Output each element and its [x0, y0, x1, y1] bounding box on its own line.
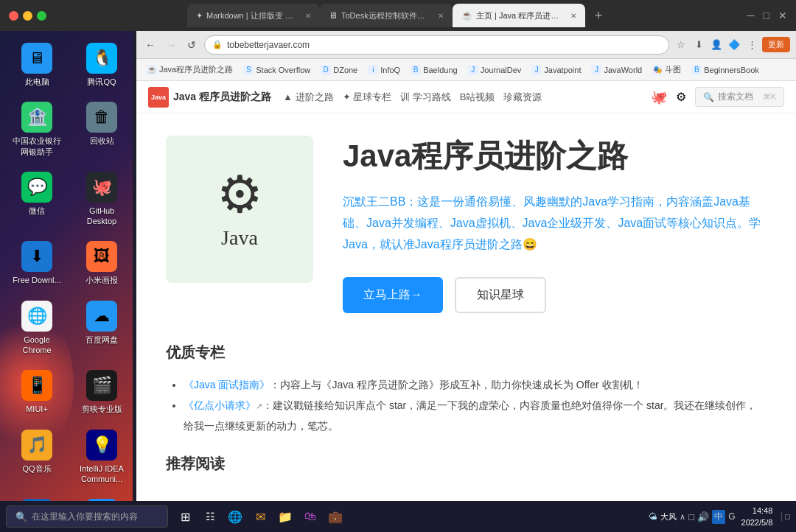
- desktop-icon-image: 🐧: [86, 43, 117, 74]
- bookmark-item[interactable]: ☕ Java程序员进阶之路: [142, 63, 237, 77]
- taskbar-mail-icon[interactable]: ✉: [249, 505, 271, 528]
- site-nav-link[interactable]: B站视频: [460, 91, 495, 104]
- desktop-icon-label: QQ音乐: [22, 463, 51, 474]
- extensions-icon[interactable]: 🔷: [727, 38, 741, 52]
- taskbar-explorer-icon[interactable]: 📁: [274, 505, 296, 528]
- billion-request-link[interactable]: 《亿点小请求》: [184, 399, 256, 411]
- site-nav-link[interactable]: 珍藏资源: [503, 91, 542, 104]
- taskbar-edge-icon[interactable]: 🌐: [224, 505, 246, 528]
- desktop-icon-MIUI+[interactable]: 📱 MIUI+: [7, 365, 66, 419]
- bookmark-item[interactable]: i InfoQ: [363, 63, 405, 77]
- tab-java-close[interactable]: ✕: [570, 12, 576, 20]
- profile-icon[interactable]: 👤: [709, 38, 724, 52]
- site-nav-link[interactable]: ▲ 进阶之路: [283, 91, 333, 104]
- hero-content: Java程序员进阶之路 沉默王二BB：这是一份通俗易懂、风趣幽默的Java学习指…: [343, 136, 767, 313]
- window-restore-icon[interactable]: □: [764, 10, 769, 21]
- taskbar-search[interactable]: 🔍 在这里输入你要搜索的内容: [6, 505, 168, 528]
- search-button[interactable]: 🔍 搜索文档 ⌘K: [695, 87, 784, 107]
- taskbar-office-icon[interactable]: 💼: [324, 505, 346, 528]
- tab-markdown[interactable]: ✦ Markdown | 让排版变 Nice ✕: [187, 4, 320, 27]
- site-content: ⚙ Java Java程序员进阶之路 沉默王二BB：这是一份通俗易懂、风趣幽默的…: [136, 113, 796, 532]
- bookmark-icon[interactable]: ☆: [674, 38, 688, 52]
- taskbar-network-icon: □: [688, 511, 694, 522]
- desktop-icon-笔记本使用手册[interactable]: 📖 笔记本使用手册: [7, 494, 66, 501]
- desktop-icon-微信[interactable]: 💬 微信: [7, 167, 66, 231]
- site-nav-right: 🐙 ⚙ 🔍 搜索文档 ⌘K: [651, 87, 784, 107]
- taskbar-g-icon: G: [728, 511, 735, 522]
- desktop-icon-小米画报[interactable]: 🖼 小米画报: [72, 237, 131, 290]
- taskbar-store-icon[interactable]: 🛍: [299, 505, 321, 528]
- github-icon[interactable]: 🐙: [651, 89, 667, 105]
- minimize-button[interactable]: [23, 11, 32, 21]
- taskbar-weather-icon: 🌤: [649, 511, 657, 522]
- taskbar-date: 2022/5/8: [741, 517, 773, 529]
- maximize-button[interactable]: [37, 11, 46, 21]
- tab-markdown-close[interactable]: ✕: [305, 12, 311, 20]
- bookmark-item[interactable]: S Stack Overflow: [239, 63, 315, 77]
- tab-todesk-close[interactable]: ✕: [438, 12, 444, 20]
- bookmark-icon: 🎭: [652, 65, 663, 75]
- knowledge-planet-button[interactable]: 知识星球: [455, 277, 546, 313]
- window-minimize-icon[interactable]: ─: [747, 10, 755, 21]
- site-nav-link[interactable]: 训 学习路线: [400, 91, 451, 104]
- bookmarks-bar: ☕ Java程序员进阶之路 S Stack Overflow D DZone i…: [136, 59, 796, 81]
- site-logo[interactable]: Java Java 程序员进阶之路: [148, 87, 271, 108]
- bookmark-icon: S: [243, 65, 254, 75]
- update-button[interactable]: 更新: [762, 37, 790, 52]
- desktop-icon-回收站[interactable]: 🗑 回收站: [72, 97, 131, 161]
- taskbar-time: 14:48: [741, 505, 773, 517]
- new-tab-button[interactable]: +: [588, 5, 609, 26]
- taskbar-right: 🌤 大风 ∧ □ 🔊 中 G 14:48 2022/5/8 □: [649, 505, 790, 529]
- java-interview-link[interactable]: 《Java 面试指南》: [184, 379, 270, 391]
- bookmark-item[interactable]: J JournalDev: [464, 63, 526, 77]
- forward-button[interactable]: →: [163, 37, 179, 53]
- desktop-icon-label: 剪映专业版: [82, 404, 122, 414]
- site-nav-link[interactable]: ✦ 星球专栏: [343, 91, 392, 104]
- tab-java[interactable]: ☕ 主页 | Java 程序员进阶之路 ✕: [453, 4, 585, 27]
- settings-icon[interactable]: ⚙: [676, 90, 686, 104]
- bookmark-item[interactable]: 🎭 斗图: [648, 63, 685, 77]
- bookmark-item[interactable]: J JavaWorld: [587, 63, 646, 77]
- desktop-icon-QQ音乐[interactable]: 🎵 QQ音乐: [7, 425, 66, 489]
- reload-button[interactable]: ↺: [184, 37, 200, 53]
- columns-list: 《Java 面试指南》：内容上与《Java 程序员进阶之路》形成互补，助力你快速…: [166, 374, 767, 436]
- close-button[interactable]: [9, 11, 18, 21]
- start-button[interactable]: 立马上路→: [343, 277, 443, 313]
- desktop-icon-image: ☁: [86, 301, 117, 332]
- url-text: tobebetterjavaer.com: [227, 40, 661, 50]
- taskbar-datetime[interactable]: 14:48 2022/5/8: [741, 505, 773, 529]
- taskbar-chevron-icon[interactable]: ∧: [680, 512, 685, 522]
- back-button[interactable]: ←: [142, 37, 158, 53]
- desktop-icon-此电脑[interactable]: 🖥 此电脑: [7, 38, 66, 91]
- taskbar-windows-icon[interactable]: ⊞: [174, 505, 196, 528]
- browser-window: ← → ↺ 🔒 tobebetterjavaer.com ☆ ⬇ 👤 🔷 ⋮ 更…: [136, 31, 796, 532]
- desktop-icon-腾讯QQ[interactable]: 🐧 腾讯QQ: [72, 38, 131, 91]
- desktop-icon-IntelliJ-IDEA-Communi...[interactable]: 💡 IntelliJ IDEA Communi...: [72, 425, 131, 489]
- desktop-icon-百度网盘[interactable]: ☁ 百度网盘: [72, 296, 131, 360]
- desktop-icon-中国农业银行网银助手[interactable]: 🏦 中国农业银行网银助手: [7, 97, 66, 161]
- list-item: 《亿点小请求》↗：建议戳链接给知识库点个 star，满足一下我的虚荣心，内容质量…: [184, 395, 767, 436]
- desktop-icon-label: Free Downl...: [13, 275, 60, 285]
- window-close-icon[interactable]: ✕: [778, 10, 787, 21]
- bookmark-item[interactable]: D DZone: [316, 63, 362, 77]
- taskbar-view-icon[interactable]: ☷: [199, 505, 221, 528]
- taskbar-volume-icon: 🔊: [697, 511, 709, 522]
- tab-todesk[interactable]: 🖥 ToDesk远程控制软件下载-电脑... ✕: [320, 4, 453, 27]
- desktop-icon-剪映专业版[interactable]: 🎬 剪映专业版: [72, 365, 131, 419]
- recommend-section: 推荐阅读: [166, 454, 767, 474]
- desktop-icon-ToDesk[interactable]: 🖥 ToDesk: [72, 494, 131, 501]
- bookmark-item[interactable]: B Baeldung: [406, 63, 462, 77]
- nav-action-buttons: ☆ ⬇ 👤 🔷 ⋮ 更新: [674, 37, 790, 52]
- bookmark-item[interactable]: J Javatpoint: [527, 63, 585, 77]
- desktop-icon-Free-Downl...[interactable]: ⬇ Free Downl...: [7, 237, 66, 290]
- desktop-icon-Google-Chrome[interactable]: 🌐 Google Chrome: [7, 296, 66, 360]
- hero-buttons: 立马上路→ 知识星球: [343, 277, 767, 313]
- bookmark-item[interactable]: B BeginnersBook: [687, 63, 764, 77]
- address-bar[interactable]: 🔒 tobebetterjavaer.com: [204, 35, 669, 55]
- java-logo-icon: Java: [148, 87, 169, 108]
- taskbar-show-desktop[interactable]: □: [781, 512, 790, 521]
- download-icon[interactable]: ⬇: [691, 38, 706, 52]
- menu-icon[interactable]: ⋮: [744, 38, 759, 52]
- desktop: 🖥 此电脑 🐧 腾讯QQ 🏦 中国农业银行网银助手 🗑 回收站 💬 微信 🐙 G…: [0, 31, 133, 501]
- desktop-icon-GitHub-Desktop[interactable]: 🐙 GitHub Desktop: [72, 167, 131, 231]
